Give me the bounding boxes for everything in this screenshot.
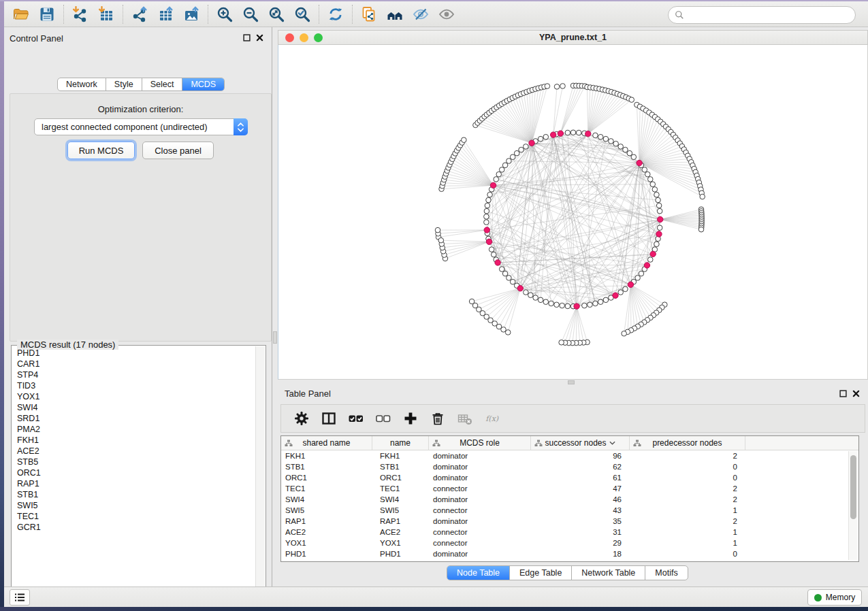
table-cell: FKH1 [281, 450, 372, 461]
network-window-titlebar[interactable]: YPA_prune.txt_1 [278, 30, 868, 45]
delete-column-button[interactable] [425, 407, 450, 430]
table-tab-node-table[interactable]: Node Table [447, 566, 510, 580]
uncheck-all-icon [376, 411, 391, 426]
table-scrollbar[interactable] [848, 451, 857, 560]
first-neighbors-button[interactable] [382, 3, 408, 25]
mcds-result-item[interactable]: STB5 [12, 457, 256, 467]
mcds-result-item[interactable]: ORC1 [12, 467, 256, 478]
duplicate-network-button[interactable] [356, 3, 382, 25]
column-header-shared-name[interactable]: shared name [281, 436, 372, 450]
column-header-MCDS-role[interactable]: MCDS role [429, 436, 531, 450]
save-session-button[interactable] [34, 3, 60, 25]
mcds-result-item[interactable]: PHD1 [12, 348, 256, 359]
table-cell: 35 [531, 516, 630, 527]
tab-network[interactable]: Network [58, 78, 106, 90]
run-mcds-button[interactable]: Run MCDS [67, 142, 135, 159]
mcds-result-list[interactable]: PHD1CAR1STP4TID3YOX1SWI4SRD1PMA2FKH1ACE2… [12, 348, 256, 597]
table-row[interactable]: PHD1PHD1dominator180 [281, 548, 858, 559]
table-tab-network-table[interactable]: Network Table [572, 566, 645, 580]
node-table-header: shared namenameMCDS rolesuccessor nodesp… [281, 436, 858, 450]
mcds-result-item[interactable]: FKH1 [12, 435, 256, 446]
mcds-result-item[interactable]: STP4 [12, 369, 256, 380]
table-cell: 31 [531, 527, 630, 538]
table-settings-button[interactable] [289, 407, 314, 430]
table-row[interactable]: ORC1ORC1dominator610 [281, 472, 858, 483]
table-cell: 2 [630, 483, 745, 494]
table-row[interactable]: TEC1TEC1connector472 [281, 483, 858, 494]
table-cell: 0 [630, 472, 745, 483]
show-all-button[interactable] [434, 3, 460, 25]
table-row[interactable]: SWI5SWI5connector431 [281, 505, 858, 516]
zoom-selected-button[interactable] [289, 3, 315, 25]
mcds-result-item[interactable]: RAP1 [12, 478, 256, 489]
houses-icon [387, 6, 403, 22]
tab-style[interactable]: Style [106, 78, 142, 90]
deselect-all-rows-button[interactable] [371, 407, 396, 430]
mcds-result-item[interactable]: TID3 [12, 380, 256, 391]
mcds-result-item[interactable]: YOX1 [12, 391, 256, 402]
close-panel-icon[interactable] [256, 34, 263, 42]
mcds-result-item[interactable]: PMA2 [12, 424, 256, 435]
table-row[interactable]: SWI4SWI4dominator462 [281, 494, 858, 505]
control-panel-tabs: NetworkStyleSelectMCDS [57, 78, 225, 91]
zoom-in-button[interactable] [212, 3, 238, 25]
table-cell: 46 [531, 494, 630, 505]
tab-mcds[interactable]: MCDS [182, 78, 224, 90]
automation-panel-button[interactable] [10, 589, 30, 606]
export-network-icon [131, 6, 148, 22]
horizontal-splitter-handle[interactable] [568, 380, 575, 384]
table-scrollbar-thumb[interactable] [850, 455, 856, 519]
import-network-button[interactable] [67, 3, 93, 25]
column-header-successor-nodes[interactable]: successor nodes [531, 436, 630, 450]
select-all-rows-button[interactable] [344, 407, 368, 430]
toolbar-separator [352, 5, 353, 24]
memory-button[interactable]: Memory [807, 589, 862, 606]
zoom-fit-button[interactable] [263, 3, 289, 25]
import-table-icon [98, 6, 114, 22]
table-row[interactable]: FKH1FKH1dominator962 [281, 450, 858, 461]
search-box[interactable] [668, 6, 856, 24]
tab-select[interactable]: Select [142, 78, 183, 90]
eye-icon [438, 6, 455, 22]
zoom-out-button[interactable] [238, 3, 263, 25]
float-panel-icon[interactable] [243, 34, 251, 42]
mcds-result-item[interactable]: GCR1 [12, 522, 256, 533]
table-cell: ACE2 [372, 527, 429, 538]
mcds-result-item[interactable]: CAR1 [12, 359, 256, 369]
export-network-button[interactable] [127, 3, 152, 25]
criterion-dropdown[interactable]: largest connected component (undirected) [34, 118, 248, 135]
network-canvas[interactable] [278, 45, 868, 380]
hide-selected-button[interactable] [408, 3, 434, 25]
table-row[interactable]: STB1STB1dominator620 [281, 461, 858, 472]
network-graph[interactable] [278, 45, 867, 379]
import-table-button[interactable] [93, 3, 119, 25]
search-input[interactable] [688, 10, 855, 20]
splitter-handle[interactable] [273, 331, 277, 344]
refresh-view-button[interactable] [323, 3, 349, 25]
mcds-result-item[interactable]: ACE2 [12, 446, 256, 457]
mcds-result-item[interactable]: STB1 [12, 489, 256, 500]
column-header-name[interactable]: name [372, 436, 429, 450]
table-tab-motifs[interactable]: Motifs [645, 566, 687, 580]
column-visibility-button[interactable] [317, 407, 341, 430]
export-table-button[interactable] [152, 3, 178, 25]
float-table-panel-icon[interactable] [839, 390, 847, 397]
mcds-result-item[interactable]: SWI4 [12, 402, 256, 413]
mcds-result-item[interactable]: SWI5 [12, 500, 256, 511]
table-cell: 43 [531, 505, 630, 516]
table-tab-edge-table[interactable]: Edge Table [510, 566, 572, 580]
close-panel-button[interactable]: Close panel [142, 142, 214, 159]
table-row[interactable]: ACE2ACE2connector311 [281, 527, 858, 538]
eye-slash-icon [413, 6, 429, 22]
close-table-panel-icon[interactable] [852, 390, 860, 397]
add-column-button[interactable] [398, 407, 423, 430]
mcds-list-scrollbar[interactable] [255, 346, 265, 597]
vertical-splitter[interactable] [272, 27, 278, 587]
column-header-predecessor-nodes[interactable]: predecessor nodes [630, 436, 745, 450]
export-image-button[interactable] [178, 3, 204, 25]
table-row[interactable]: RAP1RAP1dominator352 [281, 516, 858, 527]
table-row[interactable]: YOX1YOX1connector291 [281, 538, 858, 548]
mcds-result-item[interactable]: TEC1 [12, 511, 256, 522]
mcds-result-item[interactable]: SRD1 [12, 413, 256, 424]
open-session-button[interactable] [8, 3, 34, 25]
